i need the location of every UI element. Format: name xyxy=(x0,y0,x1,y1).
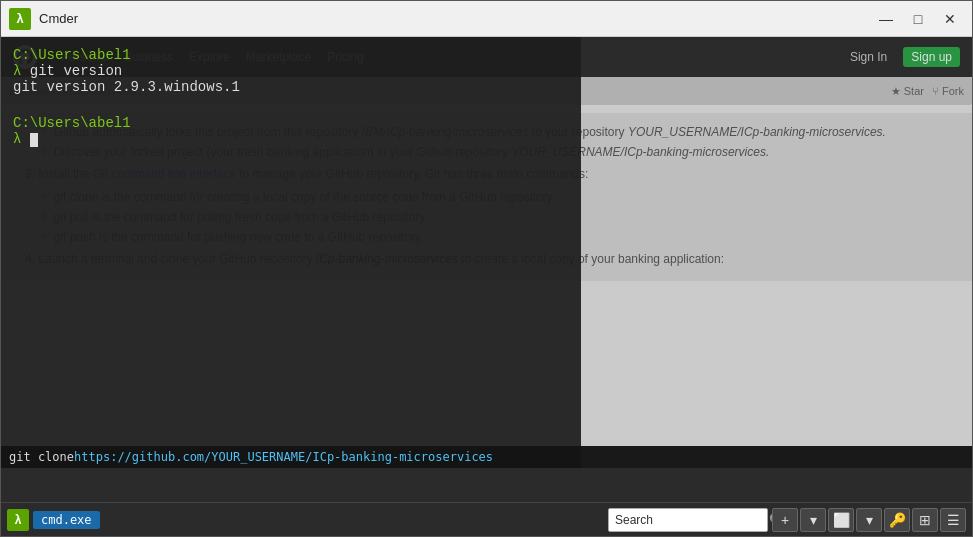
term-blank-1 xyxy=(13,95,569,115)
search-box[interactable]: 🔍 xyxy=(608,508,768,532)
term-line-1-prompt: C:\Users\abel1 xyxy=(13,47,569,63)
bg-nav-signup: Sign up xyxy=(903,47,960,67)
term-line-4-prompt: C:\Users\abel1 xyxy=(13,115,569,131)
git-clone-url: https://github.com/YOUR_USERNAME/ICp-ban… xyxy=(74,450,493,464)
term-line-1-cmd: λ git version xyxy=(13,63,569,79)
window-controls: — □ ✕ xyxy=(872,8,964,30)
bg-star-btn: ★ Star xyxy=(891,85,924,98)
search-input[interactable] xyxy=(615,513,765,527)
key-button[interactable]: 🔑 xyxy=(884,508,910,532)
main-area: Personal Business Explore Marketplace Pr… xyxy=(1,37,972,502)
window-title: Cmder xyxy=(39,11,872,26)
git-clone-bar: git clone https://github.com/YOUR_USERNA… xyxy=(1,446,972,468)
term-line-5-lambda: λ xyxy=(13,131,569,147)
terminal-panel[interactable]: C:\Users\abel1 λ git version git version… xyxy=(1,37,581,468)
toolbar-buttons: + ▾ ⬜ ▾ 🔑 ⊞ ☰ xyxy=(772,508,966,532)
tab-dropdown-button[interactable]: ▾ xyxy=(800,508,826,532)
window-dropdown-button[interactable]: ▾ xyxy=(856,508,882,532)
new-tab-button[interactable]: + xyxy=(772,508,798,532)
status-bar: λ cmd.exe 🔍 + ▾ ⬜ ▾ 🔑 ⊞ ☰ xyxy=(1,502,972,536)
title-bar: λ Cmder — □ ✕ xyxy=(1,1,972,37)
status-process-label[interactable]: cmd.exe xyxy=(33,511,100,529)
terminal-cursor xyxy=(30,133,38,147)
term-line-2-output: git version 2.9.3.windows.1 xyxy=(13,79,569,95)
minimize-button[interactable]: — xyxy=(872,8,900,30)
maximize-button[interactable]: □ xyxy=(904,8,932,30)
app-icon: λ xyxy=(9,8,31,30)
window-button[interactable]: ⬜ xyxy=(828,508,854,532)
bg-fork-btn: ⑂ Fork xyxy=(932,85,964,97)
pane-button[interactable]: ⊞ xyxy=(912,508,938,532)
menu-button[interactable]: ☰ xyxy=(940,508,966,532)
status-app-icon: λ xyxy=(7,509,29,531)
close-button[interactable]: ✕ xyxy=(936,8,964,30)
git-clone-label: git clone xyxy=(9,450,74,464)
bg-nav-signin: Sign In xyxy=(850,50,887,64)
cmder-window: λ Cmder — □ ✕ Personal Business Explore … xyxy=(0,0,973,537)
